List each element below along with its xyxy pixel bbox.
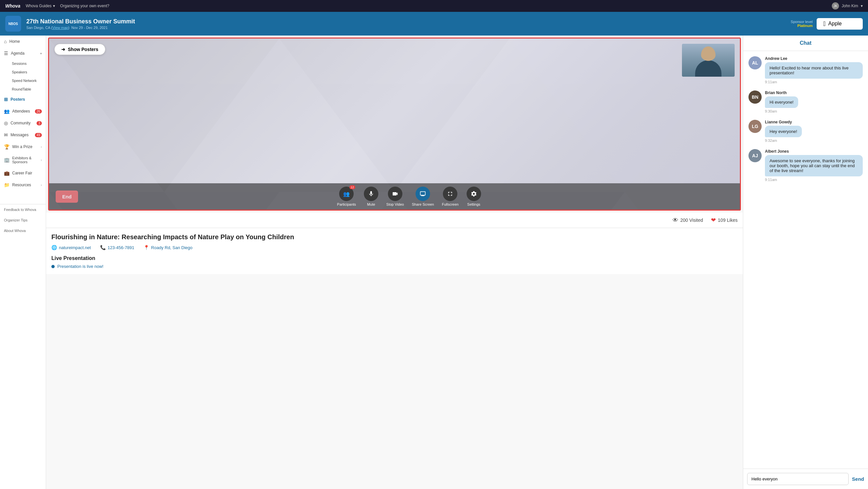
posters-icon: ⊞ bbox=[4, 97, 8, 102]
location-link[interactable]: 📍 Roady Rd, San Diego bbox=[144, 245, 193, 250]
whova-logo[interactable]: Whova bbox=[5, 3, 21, 8]
chat-body-4: Albert Jones Awesome to see everyone, th… bbox=[765, 149, 863, 182]
event-logo: NBOS bbox=[5, 16, 21, 32]
globe-icon: 🌐 bbox=[51, 245, 57, 250]
resources-icon: 📁 bbox=[4, 182, 9, 188]
event-header: NBOS 27th National Business Owner Summit… bbox=[0, 12, 868, 36]
live-section-label: Live Presentation bbox=[51, 255, 738, 261]
eye-icon: 👁 bbox=[673, 217, 678, 224]
chat-header: Chat bbox=[743, 36, 868, 51]
sidebar-item-home[interactable]: ⌂ Home bbox=[0, 36, 46, 47]
mute-button[interactable]: Mute bbox=[364, 187, 378, 206]
view-map-link[interactable]: View map bbox=[52, 26, 68, 30]
sidebar-item-win-prize[interactable]: 🏆 Win a Prize › bbox=[0, 141, 46, 153]
messages-badge: 49 bbox=[35, 133, 42, 137]
chat-message-4: AJ Albert Jones Awesome to see everyone,… bbox=[748, 149, 863, 182]
visited-stat: 👁 200 Visited bbox=[673, 217, 703, 224]
share-screen-button[interactable]: Share Screen bbox=[412, 187, 434, 206]
sponsor-area: Sponsor level Platinum  Apple bbox=[790, 18, 863, 30]
sidebar-item-speakers[interactable]: Speakers bbox=[8, 68, 46, 76]
sidebar-item-career-fair[interactable]: 💼 Career Fair bbox=[0, 167, 46, 179]
stop-video-button[interactable]: Stop Video bbox=[386, 187, 404, 206]
visited-count: 200 Visited bbox=[680, 218, 703, 223]
sidebar-item-exhibitors[interactable]: 🏢 Exhibitors & Sponsors › bbox=[0, 153, 46, 167]
agenda-icon: ☰ bbox=[4, 51, 8, 56]
sponsor-level: Sponsor level Platinum bbox=[790, 20, 813, 28]
sidebar-item-messages[interactable]: ✉ Messages 49 bbox=[0, 129, 46, 141]
sidebar-item-attendees[interactable]: 👥 Attendees 26 bbox=[0, 105, 46, 117]
sponsor-badge[interactable]:  Apple bbox=[817, 18, 863, 30]
likes-stat: ❤ 109 Likes bbox=[711, 217, 738, 224]
sidebar-item-speed-network[interactable]: Speed Network bbox=[8, 76, 46, 85]
chat-body-2: Brian North Hi everyone! 9:30am bbox=[765, 91, 863, 113]
chevron-down-icon: ▾ bbox=[40, 52, 42, 55]
show-posters-button[interactable]: ➜ Show Posters bbox=[54, 44, 105, 55]
live-status: Presentation is live now! bbox=[51, 264, 738, 269]
attendees-icon: 👥 bbox=[4, 108, 9, 114]
chevron-right-icon2: › bbox=[41, 158, 42, 162]
messages-icon: ✉ bbox=[4, 132, 8, 137]
home-icon: ⌂ bbox=[4, 39, 7, 44]
sidebar-item-roundtable[interactable]: RoundTable bbox=[8, 85, 46, 94]
chat-message-2: BN Brian North Hi everyone! 9:30am bbox=[748, 91, 863, 113]
exhibitors-icon: 🏢 bbox=[4, 157, 9, 163]
send-button[interactable]: Send bbox=[852, 476, 864, 482]
sidebar-bottom: Feedback to Whova Organizer Tips About W… bbox=[0, 204, 46, 236]
settings-icon bbox=[467, 187, 481, 201]
fullscreen-icon bbox=[443, 187, 457, 201]
user-avatar: JK bbox=[832, 2, 839, 9]
chat-message-3: LG Lianne Gowdy Hey everyone! 9:32am bbox=[748, 120, 863, 142]
likes-count: 109 Likes bbox=[718, 218, 738, 223]
content-area: ➜ Show Posters End bbox=[46, 36, 743, 489]
settings-button[interactable]: Settings bbox=[467, 187, 481, 206]
session-info: Flourishing in Nature: Researching Impac… bbox=[46, 228, 743, 274]
chevron-right-icon3: › bbox=[41, 183, 42, 187]
website-link[interactable]: 🌐 natureimpact.net bbox=[51, 245, 91, 250]
stats-row: 👁 200 Visited ❤ 109 Likes bbox=[46, 213, 743, 228]
chat-avatar-3: LG bbox=[748, 120, 762, 133]
sidebar: ⌂ Home ☰ Agenda ▾ Sessions Speakers Spee… bbox=[0, 36, 46, 489]
chat-avatar-4: AJ bbox=[748, 149, 762, 162]
sidebar-item-posters[interactable]: ⊞ Posters bbox=[0, 94, 46, 105]
participants-icon: 👥 12 bbox=[339, 187, 354, 201]
sidebar-item-agenda[interactable]: ☰ Agenda ▾ bbox=[0, 47, 46, 59]
sidebar-item-sessions[interactable]: Sessions bbox=[8, 59, 46, 68]
chat-message-1: AL Andrew Lee Hello! Excited to hear mor… bbox=[748, 56, 863, 84]
sidebar-sub-agenda: Sessions Speakers Speed Network RoundTab… bbox=[0, 59, 46, 94]
pip-video bbox=[682, 44, 735, 77]
sidebar-item-organizer-tips[interactable]: Organizer Tips bbox=[0, 215, 46, 225]
sidebar-item-feedback[interactable]: Feedback to Whova bbox=[0, 204, 46, 215]
organizing-link[interactable]: Organizing your own event? bbox=[60, 4, 109, 8]
chat-body-3: Lianne Gowdy Hey everyone! 9:32am bbox=[765, 120, 863, 142]
sidebar-item-resources[interactable]: 📁 Resources › bbox=[0, 179, 46, 191]
chat-avatar-1: AL bbox=[748, 56, 762, 69]
chat-body-1: Andrew Lee Hello! Excited to hear more a… bbox=[765, 56, 863, 84]
event-subtitle: San Diego, CA (View map) Nov 29 - Dec 29… bbox=[26, 26, 785, 30]
attendees-badge: 26 bbox=[35, 109, 42, 113]
main-layout: ⌂ Home ☰ Agenda ▾ Sessions Speakers Spee… bbox=[0, 36, 868, 489]
location-icon: 📍 bbox=[144, 245, 149, 250]
chat-input[interactable] bbox=[747, 473, 848, 485]
top-nav: Whova Whova Guides ▾ Organizing your own… bbox=[0, 0, 868, 12]
user-menu[interactable]: JK John Kim ▾ bbox=[832, 2, 863, 9]
share-screen-icon bbox=[415, 187, 430, 201]
chat-input-area: Send bbox=[743, 468, 868, 489]
community-icon: ◎ bbox=[4, 121, 8, 126]
pip-person bbox=[682, 44, 735, 77]
sidebar-item-community[interactable]: ◎ Community 3 bbox=[0, 117, 46, 129]
apple-icon:  bbox=[823, 20, 826, 28]
video-main: ➜ Show Posters bbox=[49, 38, 740, 183]
session-links: 🌐 natureimpact.net 📞 123-456-7891 📍 Road… bbox=[51, 245, 738, 250]
video-bg-pattern bbox=[49, 38, 740, 210]
sidebar-item-about-whova[interactable]: About Whova bbox=[0, 225, 46, 236]
whova-guides-menu[interactable]: Whova Guides ▾ bbox=[26, 4, 55, 8]
fullscreen-button[interactable]: Fullscreen bbox=[442, 187, 459, 206]
event-info: 27th National Business Owner Summit San … bbox=[26, 18, 785, 30]
svg-marker-6 bbox=[49, 192, 279, 210]
mute-icon bbox=[364, 187, 378, 201]
phone-link[interactable]: 📞 123-456-7891 bbox=[100, 245, 134, 250]
career-icon: 💼 bbox=[4, 170, 9, 176]
event-title: 27th National Business Owner Summit bbox=[26, 18, 785, 25]
video-container: ➜ Show Posters End bbox=[48, 37, 741, 210]
participants-button[interactable]: 👥 12 Participants bbox=[337, 187, 356, 206]
